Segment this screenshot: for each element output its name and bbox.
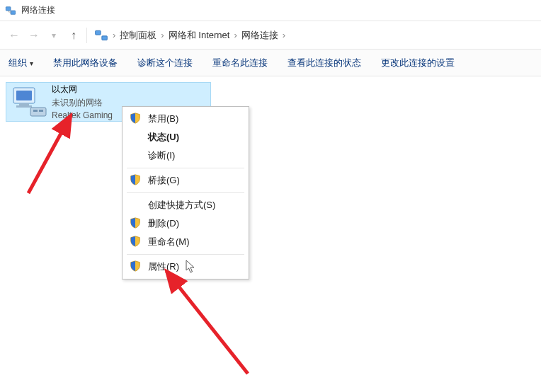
nav-recent-button[interactable]: ▾ [44, 25, 64, 45]
chevron-right-icon: › [161, 30, 164, 40]
shield-icon [130, 113, 142, 125]
svg-rect-6 [19, 103, 29, 105]
breadcrumb-item[interactable]: 网络连接 [241, 29, 278, 42]
nav-up-button[interactable]: ↑ [64, 25, 84, 45]
ethernet-adapter-icon [11, 86, 47, 117]
ctx-properties[interactable]: 属性(R) [123, 258, 249, 276]
svg-rect-1 [11, 11, 16, 14]
shield-icon [130, 260, 142, 273]
nav-forward-button[interactable]: → [24, 25, 44, 45]
connection-name: 以太网 [52, 83, 113, 96]
rename-button[interactable]: 重命名此连接 [212, 57, 268, 69]
ctx-delete[interactable]: 删除(D) [123, 214, 249, 233]
svg-rect-9 [33, 110, 38, 112]
connection-adapter: Realtek Gaming [52, 110, 113, 120]
ctx-diagnose[interactable]: 诊断(I) [123, 146, 249, 165]
nav-back-button[interactable]: ← [4, 25, 24, 45]
ctx-rename[interactable]: 重命名(M) [123, 233, 249, 251]
shield-icon [130, 236, 142, 248]
ctx-status[interactable]: 状态(U) [123, 128, 249, 146]
breadcrumb-item[interactable]: 网络和 Internet [169, 29, 230, 42]
divider [127, 168, 244, 168]
blank-icon [130, 131, 142, 144]
breadcrumb-item[interactable]: 控制面板 [120, 29, 156, 42]
window-title: 网络连接 [21, 4, 55, 16]
network-connections-icon [94, 29, 108, 42]
content-area: 以太网 未识别的网络 Realtek Gaming 禁用(B) 状态(U) 诊断… [0, 76, 541, 392]
chevron-right-icon: › [283, 30, 285, 40]
breadcrumb[interactable]: › 控制面板 › 网络和 Internet › 网络连接 › [94, 29, 285, 42]
disable-device-button[interactable]: 禁用此网络设备 [53, 57, 118, 69]
svg-rect-3 [102, 35, 108, 40]
ctx-bridge[interactable]: 桥接(G) [123, 171, 249, 190]
ctx-disable[interactable]: 禁用(B) [123, 110, 249, 128]
svg-rect-5 [16, 91, 32, 100]
divider [127, 254, 244, 255]
svg-line-12 [166, 271, 248, 374]
svg-rect-8 [30, 108, 46, 116]
ctx-shortcut[interactable]: 创建快捷方式(S) [123, 196, 249, 214]
address-bar: ← → ▾ ↑ › 控制面板 › 网络和 Internet › 网络连接 › [0, 21, 541, 50]
divider [86, 28, 87, 43]
svg-rect-10 [39, 110, 43, 112]
shield-icon [130, 174, 142, 187]
svg-rect-7 [16, 105, 32, 108]
svg-rect-2 [96, 30, 101, 35]
blank-icon [130, 149, 142, 162]
context-menu: 禁用(B) 状态(U) 诊断(I) 桥接(G) 创建快捷方式(S) 删除(D) [122, 106, 249, 279]
shield-icon [130, 217, 142, 230]
connection-item-texts: 以太网 未识别的网络 Realtek Gaming [52, 83, 113, 120]
diagnose-button[interactable]: 诊断这个连接 [137, 57, 193, 69]
svg-line-11 [28, 115, 71, 193]
window-titlebar: 网络连接 [0, 0, 541, 21]
chevron-right-icon: › [234, 30, 237, 40]
divider [127, 192, 244, 193]
connection-status: 未识别的网络 [52, 97, 113, 109]
command-toolbar: 组织 禁用此网络设备 诊断这个连接 重命名此连接 查看此连接的状态 更改此连接的… [0, 50, 541, 76]
blank-icon [130, 199, 142, 212]
organize-menu[interactable]: 组织 [8, 57, 33, 69]
chevron-right-icon: › [113, 30, 115, 40]
change-settings-button[interactable]: 更改此连接的设置 [381, 57, 455, 69]
network-connections-icon [4, 4, 17, 17]
view-status-button[interactable]: 查看此连接的状态 [287, 57, 361, 69]
svg-rect-0 [6, 6, 11, 10]
